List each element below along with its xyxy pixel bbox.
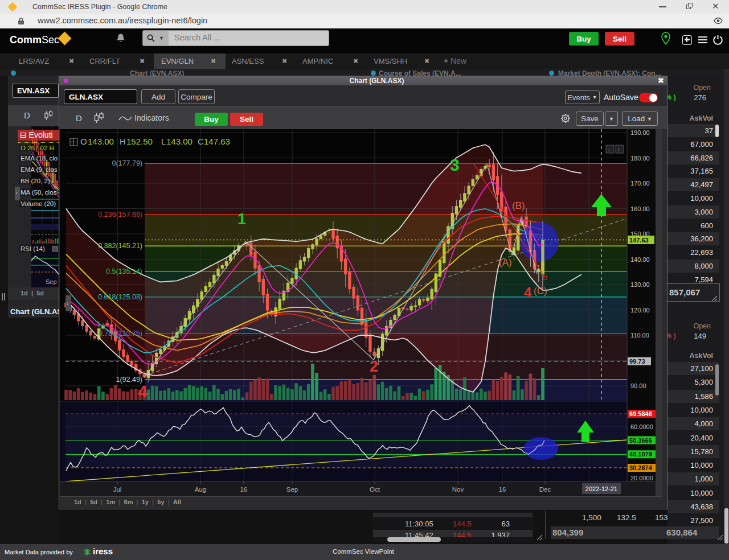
svg-text:30.2874: 30.2874 [629, 464, 653, 471]
svg-text:0.786(110.75): 0.786(110.75) [99, 330, 142, 337]
svg-text:Aug: Aug [195, 486, 206, 493]
svg-text:50.3666: 50.3666 [629, 437, 652, 444]
svg-text:↕: ↕ [617, 147, 620, 153]
svg-text:143.00: 143.00 [166, 137, 193, 146]
svg-text:140.00: 140.00 [630, 256, 650, 263]
svg-text:4: 4 [138, 382, 148, 401]
svg-text:(B): (B) [512, 200, 525, 211]
svg-text:152.50: 152.50 [126, 137, 153, 146]
svg-text:0.236(157.66): 0.236(157.66) [98, 211, 142, 219]
svg-text:(A): (A) [499, 257, 512, 268]
svg-text:Sep: Sep [286, 486, 298, 493]
svg-text:O: O [80, 137, 87, 146]
svg-text:99.73: 99.73 [629, 358, 645, 365]
svg-text:160.00: 160.00 [630, 205, 650, 212]
svg-text:2: 2 [370, 358, 378, 375]
svg-text:4: 4 [524, 285, 532, 300]
svg-text:0(177.79): 0(177.79) [112, 159, 142, 167]
svg-text:180.00: 180.00 [630, 155, 650, 162]
svg-text:1(92.49): 1(92.49) [116, 376, 142, 384]
svg-text:↓: ↓ [608, 147, 611, 153]
svg-text:69.5848: 69.5848 [629, 410, 652, 417]
svg-text:40.1079: 40.1079 [629, 451, 652, 458]
svg-text:H: H [120, 137, 126, 146]
svg-text:60.0000: 60.0000 [630, 423, 653, 430]
svg-text:0.5(135.14): 0.5(135.14) [106, 267, 142, 275]
svg-text:2022-12-21: 2022-12-21 [585, 485, 617, 492]
svg-text:Jul: Jul [113, 486, 122, 493]
svg-text:0.618(125.08): 0.618(125.08) [98, 293, 142, 301]
svg-text:Oct: Oct [370, 486, 380, 493]
svg-text:›: › [67, 300, 68, 307]
svg-text:147.63: 147.63 [204, 137, 230, 146]
svg-text:3: 3 [450, 155, 460, 174]
svg-text:(C): (C) [534, 286, 547, 297]
svg-text:90.00: 90.00 [630, 382, 646, 389]
svg-text:16: 16 [240, 486, 248, 493]
svg-text:110.00: 110.00 [630, 332, 649, 339]
svg-text:130.00: 130.00 [630, 281, 650, 288]
svg-text:Nov: Nov [452, 486, 464, 493]
svg-text:143.00: 143.00 [88, 137, 114, 146]
svg-text:1: 1 [237, 211, 246, 228]
svg-text:Dec: Dec [539, 486, 551, 493]
svg-text:120.00: 120.00 [630, 307, 650, 314]
svg-text:0.382(145.21): 0.382(145.21) [98, 242, 142, 250]
svg-text:20.0000: 20.0000 [630, 475, 653, 481]
svg-text:L: L [161, 137, 166, 146]
svg-text:C: C [198, 137, 204, 146]
svg-text:190.00: 190.00 [630, 129, 650, 136]
svg-text:147.63: 147.63 [629, 237, 649, 244]
svg-text:170.00: 170.00 [630, 180, 650, 187]
svg-text:16: 16 [499, 486, 506, 493]
